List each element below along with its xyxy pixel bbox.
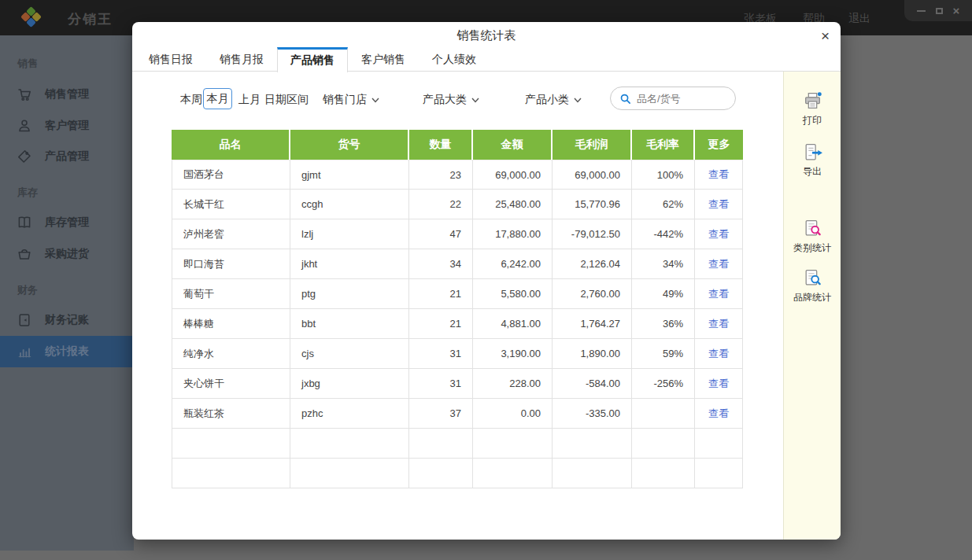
close-icon[interactable]: × [821,26,830,47]
export-button[interactable]: 导出 [802,142,823,179]
item-number-cell [290,459,409,488]
sidebar-item-bookkeeping[interactable]: 财务记账 [0,304,134,336]
export-icon [802,142,823,163]
item-number-cell: jkht [290,249,409,279]
printer-icon [802,90,823,112]
gross-margin-cell: 62% [632,190,695,219]
item-number-cell: bbt [290,309,409,339]
tab-personal-performance[interactable]: 个人绩效 [419,47,490,71]
dialog-title: 销售统计表 [132,22,841,47]
quantity-cell: 31 [409,369,473,399]
sidebar-item-label: 客户管理 [45,119,89,133]
sidebar-item-inventory-management[interactable]: 库存管理 [0,207,134,238]
view-link[interactable]: 查看 [708,318,729,330]
sidebar-item-statistics-reports[interactable]: 统计报表 [0,336,134,367]
more-cell: 查看 [695,190,743,219]
product-name-cell [172,459,290,488]
period-this-month[interactable]: 本月 [203,88,232,109]
item-number-cell: ccgh [290,190,409,219]
col-gross-profit: 毛利润 [553,130,632,160]
product-sales-table: 品名 货号 数量 金额 毛利润 毛利率 更多 国酒茅台 gjmt 23 69,0… [172,130,743,488]
product-name-cell: 棒棒糖 [172,309,290,339]
period-date-range[interactable]: 日期区间 [264,93,309,105]
view-link[interactable]: 查看 [708,168,729,180]
quantity-cell: 23 [409,160,473,190]
table-row [172,429,743,459]
amount-cell [473,459,553,488]
product-name-cell: 瓶装红茶 [172,399,290,429]
maximize-icon[interactable] [936,8,943,14]
more-cell: 查看 [695,399,743,429]
amount-cell: 3,190.00 [473,339,553,369]
view-link[interactable]: 查看 [708,378,729,389]
sidebar-item-label: 统计报表 [45,344,89,359]
user-icon [17,118,32,134]
product-name-cell [172,429,290,459]
period-last-month[interactable]: 上月 [238,93,261,105]
amount-cell: 0.00 [473,399,553,429]
tab-daily-sales[interactable]: 销售日报 [135,47,206,71]
amount-cell: 69,000.00 [473,160,553,190]
gross-profit-cell: 2,760.00 [553,279,632,309]
quantity-cell: 37 [409,399,473,429]
search-icon [619,93,631,105]
search-box [610,87,736,110]
chevron-down-icon [471,98,479,103]
gross-margin-cell: 36% [632,309,695,339]
gross-margin-cell: 100% [632,160,695,190]
major-category-dropdown[interactable]: 产品大类 [423,93,479,107]
sidebar-section-inventory: 库存 [17,186,38,200]
view-link[interactable]: 查看 [708,348,729,359]
store-dropdown-label: 销售门店 [323,93,367,107]
more-cell [695,429,743,459]
print-button[interactable]: 打印 [802,90,823,127]
book-icon [17,215,32,230]
category-stats-icon [802,218,823,239]
more-cell: 查看 [695,339,743,369]
category-statistics-button[interactable]: 类别统计 [793,218,831,255]
action-label: 品牌统计 [793,291,831,304]
view-link[interactable]: 查看 [708,258,729,270]
sidebar: 销售 销售管理 客户管理 产品管理 库存 库存管理 [0,35,134,551]
more-cell: 查看 [695,249,743,279]
quantity-cell: 21 [409,279,473,309]
product-name-cell: 纯净水 [172,339,290,369]
tab-customer-sales[interactable]: 客户销售 [348,47,419,71]
amount-cell: 17,880.00 [473,219,553,249]
col-item-number: 货号 [290,130,409,160]
basket-icon [17,246,32,262]
item-number-cell: pzhc [290,399,409,429]
window-controls: × [904,0,972,21]
sidebar-item-sales-management[interactable]: 销售管理 [0,79,134,110]
col-gross-margin: 毛利率 [632,130,695,160]
sidebar-item-customer-management[interactable]: 客户管理 [0,110,134,142]
view-link[interactable]: 查看 [708,228,729,240]
action-label: 类别统计 [793,241,831,255]
view-link[interactable]: 查看 [708,407,729,419]
tab-product-sales[interactable]: 产品销售 [277,47,348,72]
view-link[interactable]: 查看 [708,198,729,210]
minimize-icon[interactable] [917,10,926,12]
search-input[interactable] [637,93,723,105]
product-name-cell: 即口海苔 [172,249,290,279]
item-number-cell: cjs [290,339,409,369]
period-this-week[interactable]: 本周 [180,93,202,105]
gross-profit-cell: 69,000.00 [553,160,632,190]
view-link[interactable]: 查看 [708,288,729,300]
table-body: 国酒茅台 gjmt 23 69,000.00 69,000.00 100% 查看… [172,160,743,488]
brand-statistics-button[interactable]: 品牌统计 [793,267,831,304]
sidebar-item-purchasing[interactable]: 采购进货 [0,238,134,270]
tab-monthly-sales[interactable]: 销售月报 [206,47,277,71]
dialog-content: 本周 本月 上月 日期区间 销售门店 产品大类 产品小类 [132,72,841,540]
topbar-exit-menu[interactable]: 退出 [848,12,870,26]
store-dropdown[interactable]: 销售门店 [323,93,379,107]
ledger-icon [17,312,32,328]
action-label: 导出 [803,165,822,179]
gross-margin-cell: 34% [632,249,695,279]
window-close-icon[interactable]: × [953,5,960,17]
minor-category-dropdown[interactable]: 产品小类 [525,93,582,107]
quantity-cell: 21 [409,309,473,339]
quantity-cell: 34 [409,249,473,279]
sidebar-item-product-management[interactable]: 产品管理 [0,141,134,172]
chevron-down-icon [574,98,582,103]
